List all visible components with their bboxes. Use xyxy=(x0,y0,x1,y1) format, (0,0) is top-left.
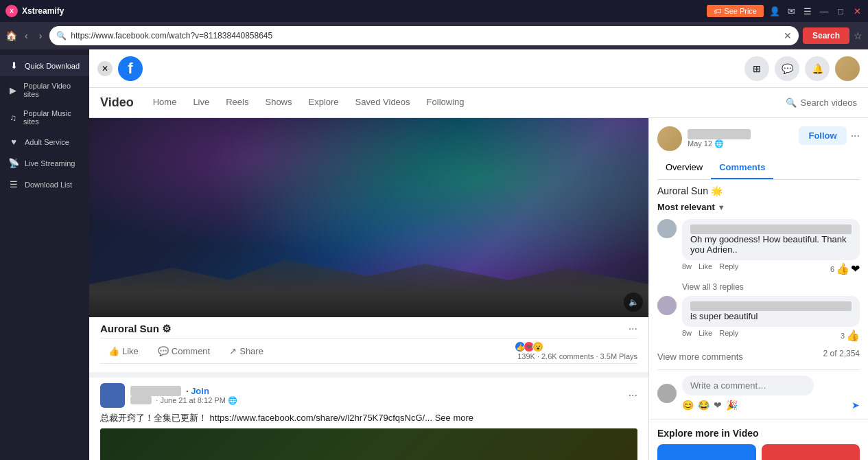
sidebar-item-quick-download[interactable]: ⬇ Quick Download xyxy=(0,55,89,76)
post-tabs: Overview Comments xyxy=(657,157,860,180)
close-overlay-button[interactable]: ✕ xyxy=(97,61,113,76)
post-author-details: ██████████ May 12 🌐 xyxy=(688,129,751,148)
back-button[interactable]: ‹ xyxy=(21,29,32,43)
comment-2-actions: 8w Like Reply 3 👍 xyxy=(682,329,860,342)
nav-explore[interactable]: Explore xyxy=(301,90,347,116)
title-bar-left: X Xstreamify xyxy=(5,5,64,17)
share-button[interactable]: ↗ Share xyxy=(221,342,272,360)
grid-menu-button[interactable]: ⊞ xyxy=(744,56,769,81)
tab-comments[interactable]: Comments xyxy=(711,157,773,179)
sidebar-item-download-list[interactable]: ☰ Download List xyxy=(0,174,89,195)
send-comment-button[interactable]: ➤ xyxy=(852,400,860,411)
comment-2-like[interactable]: Like xyxy=(699,329,712,342)
second-post-name: ████████ · Join xyxy=(130,386,237,396)
sort-dropdown[interactable]: ▼ xyxy=(718,203,725,211)
sidebar-item-popular-music[interactable]: ♫ Popular Music sites xyxy=(0,104,89,131)
view-more-comments[interactable]: View more comments xyxy=(657,352,743,362)
comment-1-reply[interactable]: Reply xyxy=(719,262,738,275)
nav-live[interactable]: Live xyxy=(185,90,218,116)
second-post-video-preview: Download xyxy=(100,428,637,460)
maximize-button[interactable]: □ xyxy=(835,6,846,16)
nav-saved-videos[interactable]: Saved Videos xyxy=(347,90,419,116)
post-stats: 👍 ❤ 😮 139K · 2.6K comments · 3.5M Plays xyxy=(515,341,637,360)
comments-section: ██████████ May 12 🌐 Follow ··· xyxy=(649,118,868,419)
clear-button[interactable]: ✕ xyxy=(784,30,792,41)
view-replies-button[interactable]: View all 3 replies xyxy=(682,282,860,292)
comment-icon: 💬 xyxy=(158,346,169,356)
search-videos-icon: 🔍 xyxy=(786,97,797,108)
download-icon: ⬇ xyxy=(8,60,19,71)
emoji-button-2[interactable]: 😂 xyxy=(698,400,709,411)
post-title: Auroral Sun ⚙ xyxy=(100,323,171,335)
comment-2: █████ █████ is super beautiful 8w Like R… xyxy=(657,296,860,342)
music-icon: ♫ xyxy=(8,113,18,123)
follow-button[interactable]: Follow xyxy=(799,126,846,145)
reaction-icons: 👍 ❤ 😮 xyxy=(515,341,637,352)
close-button[interactable]: ✕ xyxy=(852,6,863,16)
comment-1-text: Oh my goodness! How beautiful. Thank you… xyxy=(690,234,852,255)
sidebar-item-popular-video[interactable]: ▶ Popular Video sites xyxy=(0,76,89,104)
post-more-button[interactable]: ··· xyxy=(629,323,637,335)
window-controls: 👤 ✉ ☰ — □ ✕ xyxy=(769,6,863,16)
video-icon: ▶ xyxy=(8,85,18,95)
volume-button[interactable]: 🔈 xyxy=(624,292,643,312)
explore-live-card[interactable]: 📹 Live xyxy=(762,444,860,460)
comment-2-reply[interactable]: Reply xyxy=(719,329,738,342)
like-button[interactable]: 👍 Like xyxy=(100,342,147,360)
see-price-button[interactable]: 🏷 See Price xyxy=(707,5,764,17)
menu-icon[interactable]: ☰ xyxy=(802,6,813,16)
like-icon: 👍 xyxy=(108,346,119,356)
url-input[interactable] xyxy=(71,31,781,41)
nav-reels[interactable]: Reels xyxy=(218,90,257,116)
messenger-button[interactable]: 💬 xyxy=(775,56,799,81)
list-icon: ☰ xyxy=(8,179,19,189)
nav-home[interactable]: Home xyxy=(145,90,185,116)
explore-grid: 🏠 Home 📹 Live xyxy=(657,444,860,460)
video-section-title: Video xyxy=(100,95,134,110)
emoji-button-4[interactable]: 🎉 xyxy=(726,400,738,411)
search-button[interactable]: Search xyxy=(803,27,849,44)
post-actions: 👍 Like 💬 Comment ↗ Share xyxy=(100,338,637,364)
comment-emoji-actions: 😊 😂 ❤ 🎉 ➤ xyxy=(682,400,860,411)
nav-following[interactable]: Following xyxy=(419,90,473,116)
search-icon: 🔍 xyxy=(56,31,67,41)
emoji-button-3[interactable]: ❤ xyxy=(714,400,722,411)
minimize-button[interactable]: — xyxy=(819,6,830,16)
signal-icon: 📡 xyxy=(8,158,19,168)
facebook-content: 🔈 Auroral Sun ⚙ ··· 👍 xyxy=(89,118,868,460)
commenter-avatar xyxy=(657,384,677,403)
share-icon: ↗ xyxy=(229,346,237,356)
sort-label: Most relevant xyxy=(657,202,715,212)
forward-button[interactable]: › xyxy=(36,29,46,43)
content-area: ✕ f ⊞ 💬 🔔 Video Home Live Reels Shows Ex… xyxy=(89,49,868,460)
more-options-button[interactable]: ··· xyxy=(851,130,860,142)
post-description: Auroral Sun 🌟 xyxy=(657,185,860,196)
second-post-more[interactable]: ··· xyxy=(629,389,637,402)
comment-input[interactable] xyxy=(682,376,814,395)
join-link[interactable]: Join xyxy=(191,386,209,396)
sidebar-item-adult[interactable]: ♥ Adult Service xyxy=(0,131,89,152)
mail-icon[interactable]: ✉ xyxy=(786,6,797,16)
nav-shows[interactable]: Shows xyxy=(257,90,300,116)
post-author-avatar xyxy=(657,126,682,151)
video-player[interactable]: 🔈 xyxy=(89,118,648,317)
tab-overview[interactable]: Overview xyxy=(657,157,711,179)
comment-button[interactable]: 💬 Comment xyxy=(150,342,218,360)
explore-home-card[interactable]: 🏠 Home xyxy=(657,444,756,460)
bookmark-button[interactable]: ☆ xyxy=(854,30,863,41)
home-button[interactable]: 🏠 xyxy=(5,30,17,41)
comment-1-like[interactable]: Like xyxy=(699,262,712,275)
header-right: ⊞ 💬 🔔 xyxy=(744,56,860,81)
reaction-count-2: 3 xyxy=(841,332,845,340)
facebook-header: ✕ f ⊞ 💬 🔔 xyxy=(89,49,868,88)
title-bar-right: 🏷 See Price 👤 ✉ ☰ — □ ✕ xyxy=(707,5,863,17)
comment-2-text: is super beautiful xyxy=(690,311,852,321)
sidebar-item-live-streaming[interactable]: 📡 Live Streaming xyxy=(0,152,89,174)
second-post-author-info: ████████ · Join ████ · June 21 at 8:12 P… xyxy=(130,386,237,405)
second-post-header: ████████ · Join ████ · June 21 at 8:12 P… xyxy=(100,383,637,408)
user-icon[interactable]: 👤 xyxy=(769,6,780,16)
emoji-button-1[interactable]: 😊 xyxy=(682,400,694,411)
user-avatar[interactable] xyxy=(835,56,860,81)
title-bar: X Xstreamify 🏷 See Price 👤 ✉ ☰ — □ ✕ xyxy=(0,0,868,22)
notifications-button[interactable]: 🔔 xyxy=(805,56,830,81)
